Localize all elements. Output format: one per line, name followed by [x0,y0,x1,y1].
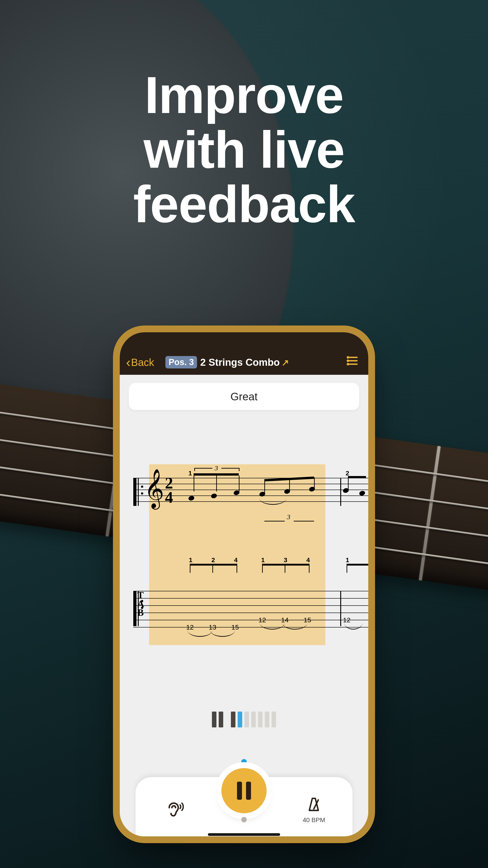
marketing-headline: Improve with live feedback [0,68,488,232]
treble-clef-icon: 𝄞 [144,469,164,508]
headline-line1: Improve with live feedback [0,68,488,232]
tuner-indicator-top [241,759,247,765]
progress-seg [258,712,263,727]
barline-tab [340,591,341,626]
feedback-banner: Great [129,383,359,410]
lesson-title-group[interactable]: Pos. 3 2 Strings Combo↗ [165,356,289,368]
progress-gap [225,712,229,727]
back-button[interactable]: ‹ Back [126,356,154,368]
controls: 40 BPM [120,757,368,836]
pause-icon [237,782,251,800]
svg-point-3 [348,360,349,362]
progress-seg-current [238,712,242,727]
svg-point-1 [348,357,349,358]
chevron-left-icon: ‹ [126,358,131,366]
progress-seg [231,712,235,727]
home-indicator [208,833,280,836]
phone-mockup: ‹ Back Pos. 3 2 Strings Combo↗ Great [120,332,368,836]
progress-seg [245,712,249,727]
rhythm-row: 1 2 4 1 3 4 1 [147,559,355,573]
menu-lines-icon [346,354,359,368]
tab-staff [133,591,368,627]
metronome-icon [305,796,323,814]
progress-seg [271,712,276,727]
metronome-button[interactable]: 40 BPM [303,796,325,824]
bpm-label: 40 BPM [303,816,325,824]
menu-button[interactable] [346,354,359,368]
nav-bar: ‹ Back Pos. 3 2 Strings Combo↗ [120,332,368,375]
lesson-title: 2 Strings Combo↗ [200,357,289,368]
listen-button[interactable] [163,799,185,821]
progress-seg [219,712,223,727]
tab-label: T A B [137,591,144,617]
back-label: Back [131,356,154,368]
play-pause-wrap [221,768,267,813]
ear-icon [163,799,185,820]
progress-seg [265,712,269,727]
barline-notation [340,478,341,506]
time-signature: 2 4 [165,476,173,505]
progress-strip [212,712,276,727]
tuplet-label: 3 [215,464,218,472]
progress-seg [251,712,256,727]
feedback-text: Great [230,391,258,403]
position-badge: Pos. 3 [165,356,197,368]
external-arrow-icon: ↗ [282,358,289,368]
progress-seg [212,712,217,727]
content-area: Great 𝄞 2 4 3 3 [120,375,368,836]
repeat-barline-tab [133,591,136,626]
pause-button[interactable] [221,768,267,813]
tuner-indicator-bottom [241,817,247,822]
tuplet-label: 3 [287,513,290,521]
svg-point-5 [348,364,349,365]
repeat-barline-notation [133,478,136,506]
